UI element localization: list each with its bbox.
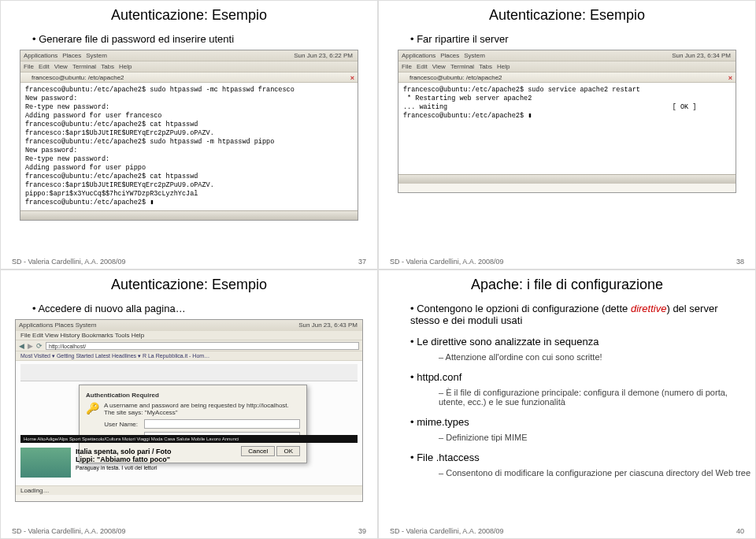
slide-title: Apache: i file di configurazione (379, 277, 755, 293)
bullet-3: httpd.conf (410, 371, 724, 383)
news-thumbnail (20, 448, 71, 478)
bullet-5: File .htaccess (410, 452, 724, 463)
terminal-title: francesco@ubuntu: /etc/apache2 × (398, 72, 736, 83)
bullet-4-sub: Definizione tipi MIME (439, 433, 755, 442)
slide-39: Autenticazione: Esempio Accedere di nuov… (0, 270, 378, 539)
user-label: User Name: (86, 421, 138, 428)
address-bar[interactable]: http://localhost/ (46, 342, 359, 350)
term-menu-help[interactable]: Help (497, 61, 510, 72)
close-icon[interactable]: × (350, 73, 354, 84)
menu-places[interactable]: Places (62, 50, 81, 61)
slide-38: Autenticazione: Esempio Far ripartire il… (378, 0, 756, 270)
page-number: 40 (736, 527, 744, 535)
news-headline[interactable]: Italia spenta, solo pari / Foto Lippi: "… (76, 448, 280, 471)
headline-text: Italia spenta, solo pari / Foto Lippi: "… (76, 448, 172, 463)
term-menu-edit[interactable]: Edit (417, 61, 428, 72)
bullet-main: Accedere di nuovo alla pagina… (32, 303, 346, 314)
browser-toolbar: ◀ ▶ ⟳ http://localhost/ (16, 340, 362, 351)
b1-text-a: Contengono le opzioni di configurazione … (417, 303, 631, 314)
page-body: Authentication Required 🔑 A username and… (16, 361, 362, 485)
browser-menu[interactable]: File Edit View History Bookmarks Tools H… (16, 331, 362, 340)
term-menu-file[interactable]: File (24, 61, 34, 72)
menu-system[interactable]: System (86, 50, 107, 61)
menu-applications[interactable]: Applications (24, 50, 57, 61)
slide-title: Autenticazione: Esempio (1, 7, 377, 24)
bullet-3-sub: È il file di configurazione principale: … (439, 388, 755, 407)
bullet-main: Generare file di password ed inserire ut… (32, 33, 346, 45)
menu-system[interactable]: System (464, 50, 485, 61)
terminal-window: Applications Places System Sun Jun 23, 6… (20, 50, 358, 221)
bullet-5-sub: Consentono di modificare la configurazio… (439, 468, 755, 478)
slide-37: Autenticazione: Esempio Generare file di… (0, 0, 378, 270)
desktop-menubar: Applications Places System Sun Jun 23, 6… (16, 320, 362, 331)
terminal-title-text: francesco@ubuntu: /etc/apache2 (410, 74, 502, 81)
bullet-main: Far ripartire il server (410, 33, 724, 45)
slide-title: Autenticazione: Esempio (1, 277, 377, 293)
close-icon[interactable]: × (728, 73, 732, 84)
term-menu-terminal[interactable]: Terminal (450, 61, 474, 72)
terminal-output[interactable]: francesco@ubuntu:/etc/apache2$ sudo htpa… (20, 83, 358, 210)
term-menu-terminal[interactable]: Terminal (72, 61, 96, 72)
menu-applications[interactable]: Applications (19, 322, 53, 329)
bullet-1: Contengono le opzioni di configurazione … (410, 303, 724, 326)
dialog-message: A username and password are being reques… (104, 402, 300, 416)
status-bar: Loading… (16, 485, 362, 495)
footer-left: SD - Valeria Cardellini, A.A. 2008/09 (390, 258, 503, 266)
desktop-menubar: Applications Places System Sun Jun 23, 6… (398, 50, 736, 61)
page-number: 39 (358, 527, 366, 535)
reload-icon[interactable]: ⟳ (36, 342, 43, 350)
bullet-2: Le direttive sono analizzate in sequenza (410, 336, 724, 348)
term-menu-edit[interactable]: Edit (39, 61, 50, 72)
bookmarks-bar[interactable]: Most Visited ▾ Getting Started Latest He… (16, 351, 362, 361)
menu-places[interactable]: Places (54, 322, 73, 329)
sub-headline: Paraguay in testa. I voti dei lettori (76, 465, 158, 470)
browser-window: Applications Places System Sun Jun 23, 6… (15, 319, 363, 502)
terminal-title-text: francesco@ubuntu: /etc/apache2 (32, 74, 124, 81)
footer-left: SD - Valeria Cardellini, A.A. 2008/09 (12, 527, 125, 535)
clock-label: Sun Jun 23, 6:43 PM (298, 320, 358, 331)
menu-places[interactable]: Places (440, 50, 459, 61)
terminal-menu: File Edit View Terminal Tabs Help (398, 61, 736, 72)
menu-system[interactable]: System (76, 322, 97, 329)
page-number: 38 (736, 258, 744, 266)
footer-left: SD - Valeria Cardellini, A.A. 2008/09 (390, 527, 503, 535)
key-icon: 🔑 (86, 402, 99, 414)
slide-40: Apache: i file di configurazione Conteng… (378, 270, 756, 539)
dialog-title: Authentication Required (86, 392, 300, 399)
terminal-window: Applications Places System Sun Jun 23, 6… (398, 50, 736, 193)
terminal-output[interactable]: francesco@ubuntu:/etc/apache2$ sudo serv… (398, 83, 736, 174)
portal-header (20, 364, 358, 381)
terminal-title: francesco@ubuntu: /etc/apache2 × (20, 72, 358, 83)
term-menu-file[interactable]: File (402, 61, 412, 72)
menu-applications[interactable]: Applications (402, 50, 435, 61)
term-menu-view[interactable]: View (432, 61, 446, 72)
term-menu-help[interactable]: Help (119, 61, 132, 72)
slide-title: Autenticazione: Esempio (379, 7, 755, 24)
clock-label: Sun Jun 23, 6:34 PM (672, 50, 731, 61)
taskbar (20, 210, 358, 220)
clock-label: Sun Jun 23, 6:22 PM (294, 50, 353, 61)
bullet-4: mime.types (410, 416, 724, 428)
username-input[interactable] (144, 419, 300, 429)
footer-left: SD - Valeria Cardellini, A.A. 2008/09 (12, 258, 125, 266)
back-icon[interactable]: ◀ (19, 342, 24, 350)
desktop-menubar: Applications Places System Sun Jun 23, 6… (20, 50, 358, 61)
forward-icon[interactable]: ▶ (28, 342, 33, 350)
term-menu-view[interactable]: View (54, 61, 68, 72)
bullet-2-sub: Attenzione all'ordine con cui sono scrit… (439, 352, 755, 362)
b1-directive: direttive (631, 303, 667, 314)
terminal-menu: File Edit View Terminal Tabs Help (20, 61, 358, 72)
term-menu-tabs[interactable]: Tabs (101, 61, 114, 72)
term-menu-tabs[interactable]: Tabs (479, 61, 492, 72)
taskbar (398, 174, 736, 184)
page-number: 37 (358, 258, 366, 266)
portal-nav[interactable]: Home AltoAdige/Alps Sport Spettacolo/Cul… (20, 435, 358, 443)
